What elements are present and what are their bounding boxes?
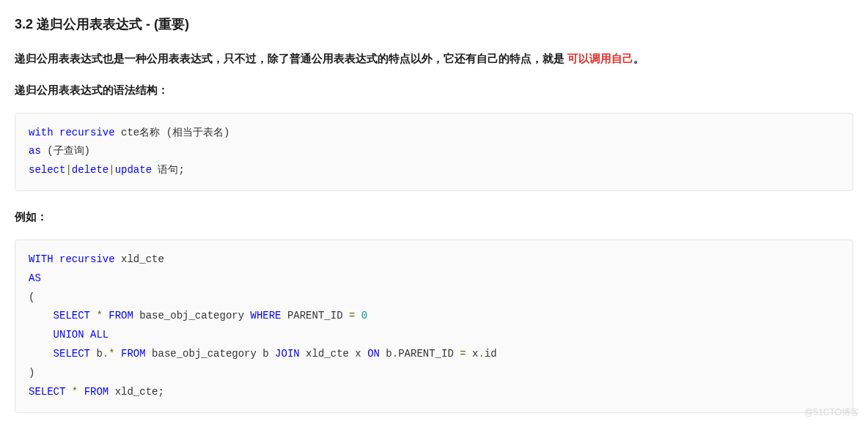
example-label: 例如： — [15, 207, 853, 226]
intro-highlight: 可以调用自己 — [567, 52, 633, 64]
intro-paragraph: 递归公用表表达式也是一种公用表表达式，只不过，除了普通公用表表达式的特点以外，它… — [15, 49, 853, 68]
intro-prefix: 递归公用表表达式也是一种公用表表达式，只不过，除了普通公用表表达式的特点以外，它… — [15, 52, 567, 64]
intro-suffix: 。 — [633, 52, 644, 64]
syntax-codeblock: with recursive cte名称 (相当于表名) as (子查询) se… — [15, 113, 853, 192]
syntax-label: 递归公用表表达式的语法结构： — [15, 81, 853, 100]
example-codeblock: WITH recursive xld_cte AS ( SELECT * FRO… — [15, 239, 853, 413]
section-heading: 3.2 递归公用表表达式 - (重要) — [15, 13, 853, 36]
